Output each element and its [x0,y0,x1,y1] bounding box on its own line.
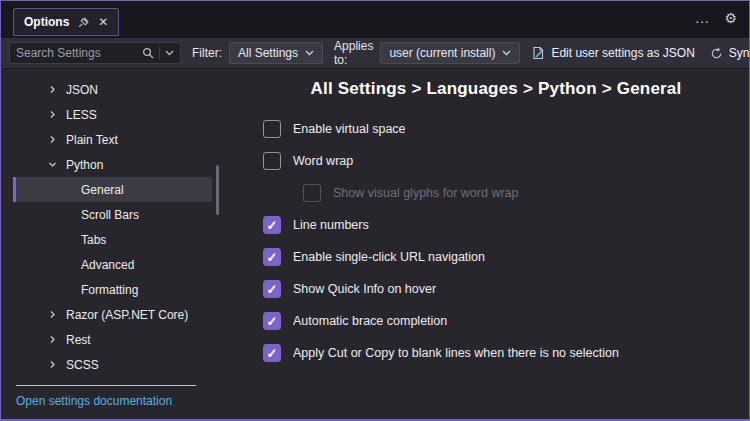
tree-item-label: General [81,183,124,197]
sidebar-item-formatting[interactable]: Formatting [16,277,212,302]
setting-row: Automatic brace completion [263,305,729,337]
checkbox-word-wrap[interactable] [263,152,281,170]
edit-json-button[interactable]: Edit user settings as JSON [527,44,698,62]
sidebar-item-less[interactable]: LESS [16,102,212,127]
tree-item-label: SCSS [66,358,99,372]
setting-row: Apply Cut or Copy to blank lines when th… [263,337,729,369]
search-icon[interactable] [142,47,154,59]
sidebar-item-razor[interactable]: Razor (ASP.NET Core) [16,302,212,327]
tree-item-label: Plain Text [66,133,118,147]
window-title: Options [24,15,69,29]
chevron-right-icon[interactable] [44,360,60,369]
chevron-right-icon[interactable] [44,310,60,319]
tree-item-label: Razor (ASP.NET Core) [66,308,188,322]
sidebar-item-rest[interactable]: Rest [16,327,212,352]
checkbox-quick-info-hover[interactable] [263,280,281,298]
sidebar-item-scroll-bars[interactable]: Scroll Bars [16,202,212,227]
settings-panel: All Settings > Languages > Python > Gene… [225,69,749,420]
pin-icon[interactable] [77,16,90,29]
setting-label: Show visual glyphs for word wrap [333,186,519,200]
more-options-icon[interactable]: … [694,9,710,26]
settings-tree: JSON LESS Plain Text [16,77,212,377]
edit-json-icon [531,46,545,60]
sidebar-item-plain-text[interactable]: Plain Text [16,127,212,152]
divider [16,385,196,386]
checkbox-single-click-url[interactable] [263,248,281,266]
chevron-right-icon[interactable] [44,85,60,94]
sidebar-scrollbar[interactable] [216,165,219,215]
chevron-right-icon[interactable] [44,335,60,344]
divider [159,46,160,60]
tree-item-label: Python [66,158,103,172]
checkbox-show-visual-glyphs [303,184,321,202]
search-chevron-down-icon[interactable] [165,50,174,56]
dialog-body: JSON LESS Plain Text [1,69,749,420]
sync-button[interactable]: Sync [706,44,750,62]
setting-row: Show Quick Info on hover [263,273,729,305]
setting-label: Line numbers [293,218,369,232]
checkbox-enable-virtual-space[interactable] [263,120,281,138]
sidebar-item-general[interactable]: General [16,177,212,202]
setting-row: Show visual glyphs for word wrap [303,177,729,209]
tree-item-label: Rest [66,333,91,347]
setting-label: Apply Cut or Copy to blank lines when th… [293,346,619,360]
setting-row: Enable single-click URL navigation [263,241,729,273]
filter-dropdown[interactable]: All Settings [229,42,323,64]
chevron-down-icon[interactable] [44,160,60,169]
applies-to-label: Applies to: [334,39,373,67]
checkbox-line-numbers[interactable] [263,216,281,234]
chevron-right-icon[interactable] [44,135,60,144]
chevron-down-icon [502,50,511,56]
setting-label: Show Quick Info on hover [293,282,436,296]
sync-icon [710,47,723,60]
setting-label: Automatic brace completion [293,314,447,328]
tree-item-label: Advanced [81,258,134,272]
tree-item-label: Formatting [81,283,138,297]
setting-row: Line numbers [263,209,729,241]
sidebar-item-advanced[interactable]: Advanced [16,252,212,277]
gear-icon[interactable]: ⚙ [724,10,737,26]
tab-options[interactable]: Options ✕ [13,8,119,36]
tree-item-label: LESS [66,108,97,122]
sidebar-item-json[interactable]: JSON [16,77,212,102]
setting-label: Enable virtual space [293,122,406,136]
checkbox-automatic-brace-completion[interactable] [263,312,281,330]
sidebar-item-scss[interactable]: SCSS [16,352,212,377]
settings-sidebar: JSON LESS Plain Text [1,69,225,420]
tree-item-label: Scroll Bars [81,208,139,222]
titlebar: Options ✕ … ⚙ [1,1,749,38]
chevron-right-icon[interactable] [44,110,60,119]
search-input[interactable] [16,46,137,60]
sidebar-item-python[interactable]: Python [16,152,212,177]
titlebar-actions: … ⚙ [694,9,737,26]
breadcrumb: All Settings > Languages > Python > Gene… [263,79,729,99]
applies-to-dropdown[interactable]: user (current install) [380,42,520,64]
chevron-down-icon [305,50,314,56]
close-icon[interactable]: ✕ [98,16,108,28]
filter-value: All Settings [238,46,298,60]
edit-json-label: Edit user settings as JSON [551,46,694,60]
checkbox-apply-cut-copy-blank-lines[interactable] [263,344,281,362]
search-box[interactable] [9,42,181,64]
options-window: Options ✕ … ⚙ [0,0,750,421]
tree-item-label: Tabs [81,233,106,247]
setting-label: Word wrap [293,154,353,168]
setting-row: Word wrap [263,145,729,177]
sidebar-item-tabs[interactable]: Tabs [16,227,212,252]
applies-to-value: user (current install) [389,46,495,60]
filter-label: Filter: [192,46,222,60]
sync-label: Sync [729,46,750,60]
settings-toolbar: Filter: All Settings Applies to: user (c… [1,38,749,69]
tree-item-label: JSON [66,83,98,97]
open-settings-documentation-link[interactable]: Open settings documentation [16,394,172,408]
setting-row: Enable virtual space [263,113,729,145]
setting-label: Enable single-click URL navigation [293,250,485,264]
